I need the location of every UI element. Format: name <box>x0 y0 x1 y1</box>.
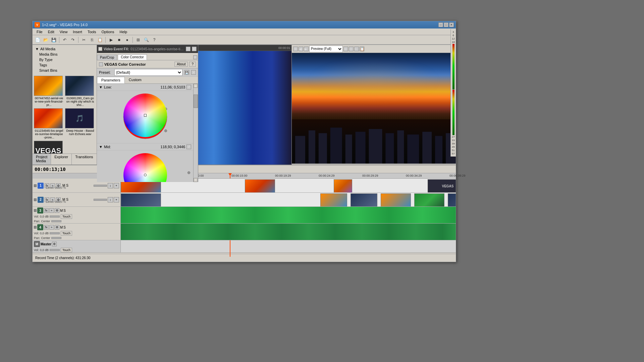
new-btn[interactable]: 📄 <box>34 36 41 44</box>
preview-nav-back[interactable]: ◀ <box>299 47 303 51</box>
media-item-0[interactable]: 007447452-aerial-view-new-york-financial… <box>34 76 64 107</box>
menu-options[interactable]: Options <box>99 29 117 35</box>
paste-btn[interactable]: 📋 <box>96 36 104 44</box>
clip-aerial-2[interactable] <box>381 193 411 206</box>
track-mute-btn-3[interactable] <box>34 209 37 212</box>
cc-help-btn[interactable]: ? <box>189 62 196 67</box>
save-btn[interactable]: 💾 <box>50 36 57 44</box>
menu-edit[interactable]: Edit <box>45 29 57 35</box>
track-zoom-btn-1[interactable]: + <box>114 183 119 188</box>
track-expand-btn-1[interactable]: ↕ <box>108 183 113 188</box>
media-item-1[interactable]: 010681280_Cars go on night city which is… <box>65 76 95 107</box>
mid-wheel-cursor[interactable] <box>144 174 147 176</box>
clip-green-1[interactable] <box>414 193 444 206</box>
track-pan-slider-4[interactable] <box>51 237 61 239</box>
track-env-btn-4[interactable]: ≈ <box>49 225 54 230</box>
vfx-close-btn[interactable]: ✕ <box>192 47 197 51</box>
track-settings-btn-3[interactable]: ⚙ <box>55 208 59 213</box>
vfx-icon[interactable]: ⊞ <box>98 47 102 51</box>
track-vol-slider-4[interactable] <box>50 232 60 234</box>
track-pan-slider-3[interactable] <box>51 220 61 222</box>
low-reset-btn[interactable]: ↺ <box>186 85 191 89</box>
cc-power-btn[interactable] <box>99 62 103 66</box>
track-vol-slider-1[interactable] <box>94 185 107 187</box>
cc-scroll-thumb[interactable] <box>194 95 198 108</box>
tab-transitions[interactable]: Transitions <box>72 154 97 165</box>
menu-file[interactable]: File <box>34 29 45 35</box>
undo-btn[interactable]: ↶ <box>61 36 68 44</box>
tree-item-smart-bins[interactable]: Smart Bins <box>34 68 95 73</box>
cc-scroll-up[interactable]: ▲ <box>194 84 198 88</box>
menu-help[interactable]: Help <box>117 29 130 35</box>
tree-item-tags[interactable]: Tags <box>34 62 95 68</box>
media-item-2[interactable]: 011234945-los-angeles-sunrise-timelapse-… <box>34 108 64 140</box>
maximize-button[interactable]: □ <box>444 22 448 27</box>
clip-city-3[interactable] <box>448 193 456 206</box>
menu-view[interactable]: View <box>57 29 70 35</box>
track-vol-slider-2[interactable] <box>94 199 107 201</box>
menu-insert[interactable]: Insert <box>70 29 85 35</box>
track-vol-slider-3[interactable] <box>50 216 60 218</box>
clip-sunset-2[interactable] <box>245 179 275 192</box>
tab-explorer[interactable]: Explorer <box>51 154 72 165</box>
track-mute-btn-4[interactable] <box>34 226 37 229</box>
tree-item-by-type[interactable]: By Type <box>34 57 95 62</box>
track-fx-btn-4[interactable]: fx <box>44 225 49 230</box>
tab-custom[interactable]: Custom <box>125 77 146 83</box>
snap-btn[interactable]: ⊞ <box>135 36 142 44</box>
preview-settings-btn[interactable]: ⚙ <box>293 47 298 51</box>
cc-scroll-down[interactable]: ▼ <box>194 178 198 182</box>
redo-btn[interactable]: ↷ <box>69 36 76 44</box>
track-settings-btn-4[interactable]: ⚙ <box>55 225 59 230</box>
preset-select[interactable]: {Default} <box>114 69 182 76</box>
track-settings-btn-m[interactable]: ⚙ <box>52 242 57 246</box>
low-wheel-cursor[interactable] <box>144 114 147 117</box>
thumb-city[interactable] <box>65 76 94 96</box>
mid-expand-icon[interactable]: ▼ <box>99 145 103 149</box>
track-expand-btn-2[interactable]: ↕ <box>108 197 113 202</box>
clip-aerial-1[interactable] <box>320 193 347 206</box>
preview-split-btn[interactable]: ⊟ <box>349 47 354 51</box>
help-toolbar-btn[interactable]: ? <box>151 36 158 44</box>
thumb-audio[interactable]: 🎵 <box>65 108 94 128</box>
tab-project-media[interactable]: Project Media <box>33 154 51 165</box>
track-env-btn-3[interactable]: ≈ <box>49 208 54 213</box>
track-fx-btn-3[interactable]: fx <box>44 208 49 213</box>
clip-video-3[interactable] <box>334 179 352 192</box>
thumb-aerial[interactable] <box>34 76 63 96</box>
open-btn[interactable]: 📂 <box>42 36 49 44</box>
track-touch-btn-4[interactable]: Touch <box>61 231 72 236</box>
track-touch-btn-3[interactable]: Touch <box>61 214 72 219</box>
cc-scrollbar[interactable]: ▲ ▼ <box>193 84 198 182</box>
play-btn[interactable]: ▶ <box>107 36 115 44</box>
close-button[interactable]: ✕ <box>449 22 454 27</box>
thumb-la[interactable] <box>34 108 63 128</box>
preview-nav-fwd[interactable]: ▶ <box>304 47 309 51</box>
track-mute-btn-1[interactable] <box>34 184 37 187</box>
cut-btn[interactable]: ✂ <box>80 36 88 44</box>
preview-grid-btn[interactable]: ⊞ <box>343 47 348 51</box>
mid-eyedropper-top[interactable]: ⊕ <box>187 170 191 175</box>
vfx-settings-btn[interactable] <box>186 47 191 51</box>
clip-city-1[interactable] <box>121 193 161 206</box>
track-vol-slider-m[interactable] <box>50 249 60 251</box>
clip-vegas-1[interactable]: VEGAS <box>428 179 456 192</box>
cc-about-btn[interactable]: About <box>174 62 188 67</box>
vfx-tab-close[interactable]: ✕ <box>193 55 197 59</box>
preview-copy-btn[interactable]: ⎘ <box>354 47 359 51</box>
media-item-3[interactable]: 🎵 Deep House - Bassdrum Echoes.wav <box>65 108 95 140</box>
preview-paste-btn[interactable]: 📋 <box>360 47 364 51</box>
track-touch-btn-m[interactable]: Touch <box>61 248 72 252</box>
preview-mode-select[interactable]: Preview (Full) <box>309 46 343 52</box>
copy-btn[interactable]: ⎘ <box>88 36 96 44</box>
mid-reset-btn[interactable]: ↺ <box>186 144 191 149</box>
tab-parameters[interactable]: Parameters <box>97 77 125 83</box>
low-expand-icon[interactable]: ▼ <box>99 85 103 89</box>
minimize-button[interactable]: ─ <box>438 22 443 27</box>
tab-color-corrector[interactable]: Color Corrector <box>118 54 147 60</box>
tree-item-all-media[interactable]: ▼ All Media <box>34 46 95 52</box>
tab-pan-crop[interactable]: Pan/Crop <box>97 55 117 60</box>
record-btn[interactable]: ● <box>123 36 131 44</box>
clip-city-2[interactable] <box>351 193 377 206</box>
track-mute-btn-2[interactable] <box>34 198 37 201</box>
